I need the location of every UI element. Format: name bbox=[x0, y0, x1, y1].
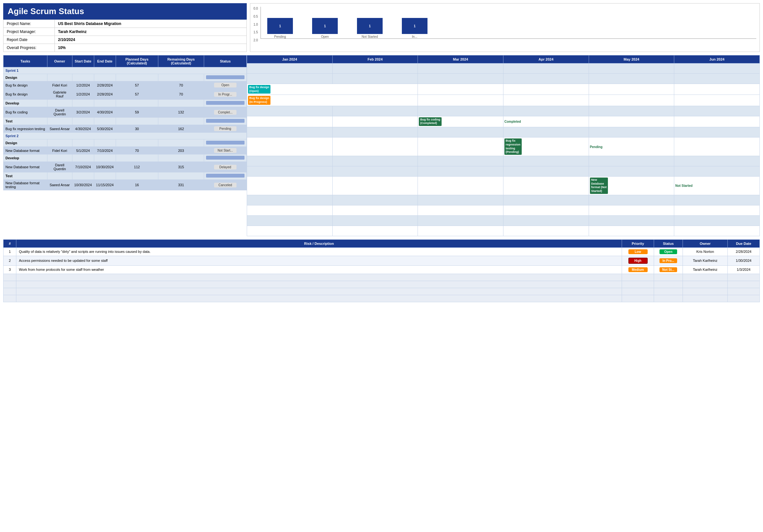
gantt-cell: Bug fix regression testing (Pending) bbox=[503, 138, 589, 156]
risk-due: 1/30/2024 bbox=[728, 256, 760, 266]
gantt-sprint-row bbox=[247, 63, 760, 74]
gantt-table: Jan 2024 Feb 2024 Mar 2024 Apr 2024 May … bbox=[247, 55, 760, 236]
status-badge: Delayed bbox=[214, 165, 237, 169]
gantt-cell bbox=[418, 63, 503, 74]
col-end: End Date bbox=[94, 55, 116, 67]
gantt-cell bbox=[332, 63, 418, 74]
risk-col-due: Due Date bbox=[728, 239, 760, 248]
chart-bar-in: 1 In... bbox=[402, 18, 427, 39]
risk-row: 2 Access permissions needed to be update… bbox=[4, 256, 760, 266]
task-name: Bug fix design bbox=[4, 81, 48, 89]
section-status bbox=[204, 155, 247, 162]
section-end bbox=[94, 155, 116, 162]
task-end: 11/15/2024 bbox=[94, 180, 116, 190]
section-start bbox=[72, 140, 94, 147]
risk-owner: Tarah Karlheinz bbox=[683, 266, 728, 274]
section-label: Test bbox=[4, 118, 48, 125]
gantt-header-row: Jan 2024 Feb 2024 Mar 2024 Apr 2024 May … bbox=[247, 55, 760, 63]
priority-badge: Medium bbox=[628, 267, 648, 272]
table-row: New Database format Darell Quentin 7/10/… bbox=[4, 162, 247, 172]
gantt-cell bbox=[332, 226, 418, 236]
section-label: Develop bbox=[4, 155, 48, 162]
section-remaining bbox=[158, 172, 204, 180]
section-status bbox=[204, 74, 247, 81]
gantt-cell bbox=[332, 215, 418, 226]
gantt-cell bbox=[418, 166, 503, 176]
task-planned: 57 bbox=[116, 81, 158, 89]
gantt-cell bbox=[418, 138, 503, 156]
table-row: Bug fix design Gabriele Rauf 1/2/2024 2/… bbox=[4, 89, 247, 100]
gantt-cell bbox=[247, 156, 333, 166]
gantt-cell bbox=[503, 215, 589, 226]
section-label: Design bbox=[4, 140, 48, 147]
gantt-cell bbox=[503, 63, 589, 74]
section-row: Design bbox=[4, 140, 247, 147]
table-row: New Database format testing Saeed Ansar … bbox=[4, 180, 247, 190]
section-row: Develop bbox=[4, 155, 247, 162]
gantt-cell bbox=[589, 195, 674, 205]
gantt-cell bbox=[332, 116, 418, 127]
task-status: Complet... bbox=[204, 107, 247, 118]
task-start: 4/30/2024 bbox=[72, 125, 94, 133]
project-manager-value: Tarah Karlheinz bbox=[55, 28, 247, 36]
gantt-col-jun: Jun 2024 bbox=[674, 55, 760, 63]
task-start: 7/10/2024 bbox=[72, 162, 94, 172]
col-start: Start Date bbox=[72, 55, 94, 67]
task-start: 5/1/2024 bbox=[72, 147, 94, 155]
gantt-cell bbox=[332, 156, 418, 166]
gantt-section-row bbox=[247, 106, 760, 116]
risk-status: Open bbox=[654, 248, 683, 256]
gantt-cell: Not Started bbox=[674, 176, 760, 195]
gantt-cell: Bug fix coding (Completed) bbox=[418, 116, 503, 127]
status-badge-risk: In Pro... bbox=[660, 258, 677, 263]
gantt-section-row bbox=[247, 166, 760, 176]
status-badge-risk: Open bbox=[660, 249, 677, 254]
gantt-cell bbox=[247, 106, 333, 116]
priority-badge: High bbox=[628, 258, 648, 264]
task-name: Bug fix regression testing bbox=[4, 125, 48, 133]
gantt-cell bbox=[674, 63, 760, 74]
gantt-cell: Bug fix design (In Progress) bbox=[247, 95, 418, 106]
content-section: Tasks Owner Start Date End Date Planned … bbox=[3, 55, 760, 236]
section-start bbox=[72, 155, 94, 162]
task-start: 10/30/2024 bbox=[72, 180, 94, 190]
gantt-cell: Bug fix design (Open) bbox=[247, 84, 418, 95]
task-name: New Database format testing bbox=[4, 180, 48, 190]
bar-label-open: Open bbox=[321, 35, 329, 39]
header-section: Agile Scrum Status Project Name: US Best… bbox=[3, 3, 760, 52]
gantt-cell bbox=[674, 215, 760, 226]
status-badge: Open bbox=[214, 83, 237, 87]
gantt-cell bbox=[332, 205, 418, 215]
section-bar bbox=[206, 174, 245, 177]
section-owner bbox=[47, 172, 72, 180]
report-date-label: Report Date bbox=[4, 36, 55, 44]
task-name: Bug fix coding bbox=[4, 107, 48, 118]
gantt-cell bbox=[247, 116, 333, 127]
y-label: 1.0 bbox=[254, 23, 258, 26]
task-status: Not Start... bbox=[204, 147, 247, 155]
gantt-task-row: Bug fix design (In Progress) bbox=[247, 95, 760, 106]
risk-col-status: Status bbox=[654, 239, 683, 248]
section-remaining bbox=[158, 74, 204, 81]
gantt-label: Completed bbox=[504, 120, 521, 123]
task-end: 4/30/2024 bbox=[94, 107, 116, 118]
section-status bbox=[204, 118, 247, 125]
gantt-cell bbox=[503, 205, 589, 215]
section-planned bbox=[116, 155, 158, 162]
gantt-cell bbox=[589, 215, 674, 226]
gantt-section-row bbox=[247, 74, 760, 84]
task-status: Open bbox=[204, 81, 247, 89]
section-label: Design bbox=[4, 74, 48, 81]
gantt-cell: New Database format (Not Started) bbox=[589, 176, 674, 195]
task-end: 10/30/2024 bbox=[94, 162, 116, 172]
section-bar bbox=[206, 141, 245, 145]
chart-bars-area: 1 Pending 1 Open 1 Not Started 1 bbox=[261, 7, 756, 39]
gantt-col-feb: Feb 2024 bbox=[332, 55, 418, 63]
risk-col-desc: Risk / Description bbox=[16, 239, 622, 248]
gantt-cell bbox=[418, 95, 503, 106]
section-label: Test bbox=[4, 172, 48, 180]
risk-empty-row bbox=[4, 281, 760, 288]
gantt-cell bbox=[332, 166, 418, 176]
gantt-cell bbox=[589, 116, 674, 127]
gantt-cell: Completed bbox=[503, 116, 589, 127]
